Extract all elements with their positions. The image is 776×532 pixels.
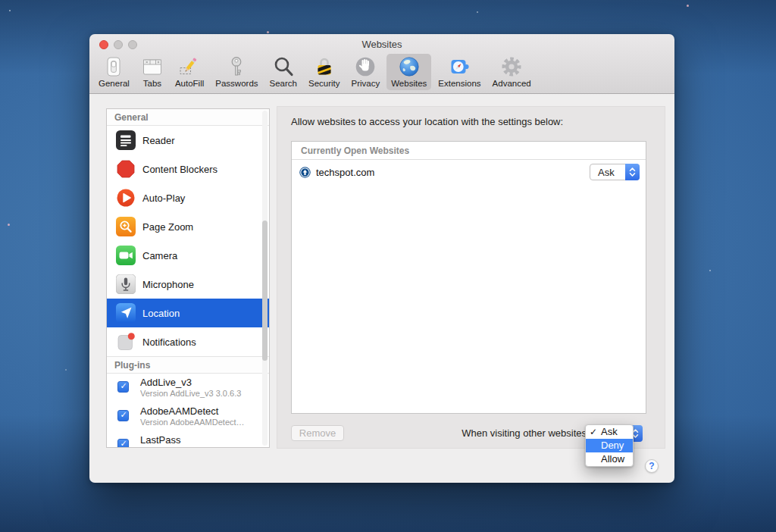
plugin-row-lastpass: LastPass Version 3.1.80 (107, 431, 269, 448)
auto-play-icon (116, 188, 136, 208)
toolbar-item-extensions[interactable]: Extensions (433, 54, 485, 90)
sidebar-scrollbar-thumb[interactable] (262, 221, 268, 361)
page-zoom-icon (116, 217, 136, 236)
general-switch-icon (102, 55, 125, 78)
websites-globe-icon (398, 55, 421, 78)
window-title: Websites (89, 34, 674, 54)
select-stepper-icon (625, 164, 640, 180)
menu-option-allow[interactable]: Allow (586, 452, 633, 466)
star-speck (9, 10, 11, 11)
sidebar-scrollbar[interactable] (262, 111, 268, 446)
privacy-hand-icon (354, 55, 377, 78)
tabs-window-icon (141, 55, 164, 78)
plugin-row-addlive: AddLive_v3 Version AddLive_v3 3.0.6.3 (107, 374, 269, 402)
reader-icon (116, 130, 136, 150)
techspot-favicon (299, 167, 311, 178)
window-content: General Reader Content Blockers (89, 94, 674, 483)
toolbar-item-search[interactable]: Search (265, 54, 302, 90)
menu-option-deny[interactable]: Deny (586, 439, 633, 452)
sidebar-section-general: General (107, 109, 269, 126)
sidebar-item-reader[interactable]: Reader (107, 126, 269, 155)
window-header: Websites General Tabs (89, 34, 674, 94)
plugin-checkbox-lastpass[interactable] (117, 439, 129, 448)
sidebar-item-location[interactable]: Location (107, 299, 269, 327)
plugin-checkbox-addlive[interactable] (117, 381, 129, 393)
checkmark-icon (590, 425, 597, 439)
toolbar-item-privacy[interactable]: Privacy (347, 54, 385, 90)
safari-preferences-window: Websites General Tabs (89, 34, 674, 483)
sidebar-item-microphone[interactable]: Microphone (107, 270, 269, 299)
star-speck (267, 31, 269, 33)
toolbar-item-tabs[interactable]: Tabs (136, 54, 168, 90)
sidebar-item-notifications[interactable]: Notifications (107, 327, 269, 356)
toolbar-item-websites[interactable]: Websites (386, 54, 431, 90)
permission-dropdown-menu: Ask Deny Allow (585, 424, 634, 467)
help-button[interactable]: ? (645, 459, 659, 473)
sidebar-item-camera[interactable]: Camera (107, 241, 269, 270)
plugin-row-adobeaamdetect: AdobeAAMDetect Version AdobeAAMDetect… (107, 402, 269, 431)
content-blockers-icon (116, 159, 136, 179)
notifications-icon (116, 332, 136, 352)
toolbar-item-autofill[interactable]: AutoFill (171, 54, 208, 90)
microphone-icon (116, 274, 136, 294)
sidebar-section-plugins: Plug-ins (107, 356, 269, 374)
extensions-puzzle-icon (448, 55, 471, 78)
desktop-background: Websites General Tabs (0, 0, 776, 532)
star-speck (8, 224, 10, 226)
sidebar-item-content-blockers[interactable]: Content Blockers (107, 155, 269, 183)
advanced-gear-icon (500, 55, 523, 78)
location-settings-panel: Allow websites to access your location w… (277, 106, 665, 449)
websites-list: Currently Open Websites techspot.com Ask (291, 141, 646, 414)
remove-button[interactable]: Remove (291, 425, 344, 441)
star-speck (477, 11, 478, 13)
autofill-pencil-icon (178, 55, 201, 78)
when-visiting-label: When visiting other websites (462, 425, 587, 442)
toolbar-item-security[interactable]: Security (304, 54, 345, 90)
star-speck (65, 369, 67, 371)
titlebar: Websites (89, 34, 674, 54)
toolbar: General Tabs AutoFill (94, 54, 671, 93)
passwords-key-icon (225, 55, 248, 78)
search-magnifier-icon (272, 55, 295, 78)
site-name: techspot.com (316, 167, 374, 178)
star-speck (687, 5, 689, 7)
website-row: techspot.com Ask (292, 160, 646, 184)
sidebar: General Reader Content Blockers (106, 108, 270, 448)
security-lock-icon (313, 55, 336, 78)
camera-icon (116, 246, 136, 265)
sidebar-item-auto-play[interactable]: Auto-Play (107, 183, 269, 212)
panel-description: Allow websites to access your location w… (291, 116, 563, 127)
toolbar-item-general[interactable]: General (94, 54, 134, 90)
toolbar-item-advanced[interactable]: Advanced (488, 54, 536, 90)
menu-option-ask[interactable]: Ask (586, 425, 633, 439)
site-permission-select[interactable]: Ask (590, 164, 640, 180)
list-header: Currently Open Websites (292, 142, 646, 160)
plugin-checkbox-adobeaamdetect[interactable] (117, 410, 129, 421)
sidebar-item-page-zoom[interactable]: Page Zoom (107, 212, 269, 241)
location-icon (116, 303, 136, 323)
star-speck (709, 270, 711, 271)
toolbar-item-passwords[interactable]: Passwords (211, 54, 262, 90)
